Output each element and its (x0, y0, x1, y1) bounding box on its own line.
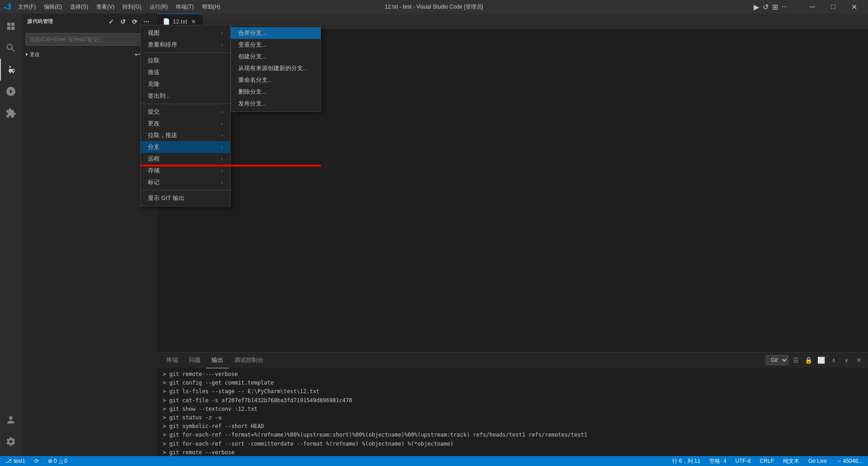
branch-menu-item-label: 变基分支... (238, 41, 267, 49)
menu-item-存储[interactable]: 存储› (141, 165, 230, 176)
sidebar-title: 源代码管理 (27, 18, 53, 25)
statusbar-spaces[interactable]: 空格: 4 (708, 456, 728, 466)
menu-item-标记[interactable]: 标记› (141, 176, 230, 188)
statusbar-errors[interactable]: ⊗ 0 △ 0 (46, 456, 69, 466)
terminal-lock-btn[interactable]: 🔒 (803, 355, 814, 366)
chevron-right-icon: › (222, 43, 223, 48)
activity-explorer[interactable] (0, 15, 22, 37)
branch-menu-item-label: 重命名分支... (238, 76, 273, 84)
menu-item-推送[interactable]: 推送 (141, 67, 230, 78)
statusbar-live-share[interactable]: Go Live (807, 456, 829, 466)
branch-menu-item-label: 创建分支... (238, 52, 267, 61)
branch-submenu-item-0[interactable]: 合并分支... (231, 27, 321, 39)
message-input-area (22, 29, 157, 49)
terminal-line: > git cat-file -s af207ef7b1432b768ba3fd… (163, 396, 863, 405)
terminal-maximize-btn[interactable]: ⬜ (816, 355, 826, 366)
output-source-select[interactable]: Git (766, 355, 788, 365)
branch-submenu-item-3[interactable]: 从现有来源创建新的分支... (231, 62, 321, 74)
menu-item-提交[interactable]: 提交› (141, 106, 230, 118)
activity-extensions[interactable] (0, 102, 22, 124)
statusbar-encoding[interactable]: UTF-8 (734, 456, 753, 466)
branch-submenu-item-6[interactable]: 发布分支... (231, 98, 321, 109)
branch-submenu-item-5[interactable]: 删除分支... (231, 86, 321, 98)
terminal-tab-problems[interactable]: 问题 (184, 352, 206, 368)
menu-item-拉取，推送[interactable]: 拉取，推送› (141, 129, 230, 141)
statusbar-line-col[interactable]: 行 6，列 11 (670, 456, 703, 466)
menu-separator (141, 52, 230, 53)
activity-search[interactable] (0, 37, 22, 59)
menu-item-显示-GIT-输出[interactable]: 显示 GIT 输出 (141, 192, 230, 204)
menu-item-克隆[interactable]: 克隆 (141, 78, 230, 90)
split-editor-icon[interactable]: ⊞ (772, 3, 778, 11)
menu-help[interactable]: 帮助(H) (198, 2, 224, 12)
terminal-tab-output[interactable]: 输出 (206, 352, 229, 368)
branch-submenu-item-4[interactable]: 重命名分支... (231, 74, 321, 86)
menu-view[interactable]: 查看(V) (93, 2, 118, 12)
menu-run[interactable]: 运行(R) (146, 2, 172, 12)
sidebar: 源代码管理 ✓ ↺ ⟳ ··· ▾ 更改 ↩ + (22, 14, 157, 456)
maximize-button[interactable]: □ (823, 0, 844, 14)
tab-close-button[interactable]: ✕ (190, 18, 197, 25)
file-icon: 📄 (163, 18, 170, 25)
changes-header[interactable]: ▾ 更改 ↩ + (25, 49, 153, 59)
branch-icon: ⎇ (5, 458, 12, 464)
terminal-up-btn[interactable]: ∧ (828, 355, 839, 366)
menu-item-签出到...[interactable]: 签出到... (141, 90, 230, 102)
terminal-close-btn[interactable]: ✕ (854, 355, 864, 366)
chevron-right-icon: › (222, 168, 223, 173)
statusbar-language[interactable]: 纯文本 (781, 456, 801, 466)
terminal-line: > git config --get commit.template (163, 379, 863, 387)
statusbar-remote[interactable]: → 45048... (834, 456, 864, 466)
terminal-down-btn[interactable]: ∨ (841, 355, 852, 366)
minimize-button[interactable]: ─ (802, 0, 823, 14)
menu-terminal[interactable]: 终端(T) (172, 2, 197, 12)
close-button[interactable]: ✕ (844, 0, 864, 14)
activity-account[interactable] (0, 409, 22, 431)
activity-scm[interactable] (0, 59, 22, 81)
sidebar-refresh-btn[interactable]: ⟳ (130, 17, 140, 27)
terminal-line: > git symbolic-ref --short HEAD (163, 422, 863, 431)
branch-name: test1 (14, 458, 25, 464)
menu-item-拉取[interactable]: 拉取 (141, 55, 230, 67)
terminal-tab-debug[interactable]: 调试控制台 (229, 352, 269, 368)
terminal-line: > git status -z -u (163, 414, 863, 422)
menu-select[interactable]: 选择(S) (66, 2, 92, 12)
statusbar-sync[interactable]: ⟳ (33, 456, 41, 466)
commit-message-input[interactable] (25, 33, 153, 46)
branch-menu-item-label: 发布分支... (238, 100, 267, 108)
menu-item-查看和排序[interactable]: 查看和排序› (141, 39, 230, 51)
terminal-line: > git ls-files --stage -- E:\PyCharm\tes… (163, 387, 863, 396)
terminal-list-btn[interactable]: ☰ (790, 355, 801, 366)
statusbar-line-ending[interactable]: CRLF (758, 456, 776, 466)
sidebar-discard-btn[interactable]: ↺ (118, 17, 128, 27)
menu-item-分支[interactable]: 分支› (141, 141, 230, 153)
run-icon[interactable]: ▶ (754, 3, 759, 11)
terminal-tab-terminal[interactable]: 终端 (161, 352, 184, 368)
chevron-right-icon: › (222, 157, 223, 162)
branch-menu-item-label: 从现有来源创建新的分支... (238, 64, 308, 72)
menu-item-视图[interactable]: 视图› (141, 27, 230, 39)
errors-label: ⊗ 0 (48, 458, 57, 464)
activity-debug[interactable] (0, 81, 22, 102)
menu-file[interactable]: 文件(F) (14, 2, 39, 12)
menu-item-label: 查看和排序 (148, 41, 177, 49)
terminal-content[interactable]: > git remote----verbose> git config --ge… (157, 368, 868, 456)
chevron-down-icon: ▾ (25, 52, 28, 57)
menu-item-远程[interactable]: 远程› (141, 153, 230, 165)
more-icon[interactable]: ··· (782, 3, 788, 11)
history-icon[interactable]: ↺ (763, 3, 769, 11)
statusbar-branch[interactable]: ⎇ test1 (4, 456, 27, 466)
statusbar: ⎇ test1 ⟳ ⊗ 0 △ 0 行 6，列 11 空格: 4 UTF-8 C… (0, 456, 868, 466)
branch-submenu-item-2[interactable]: 创建分支... (231, 51, 321, 62)
tab-label: 12.txt (173, 18, 187, 25)
terminal-actions: Git ☰ 🔒 ⬜ ∧ ∨ ✕ (766, 355, 864, 366)
menu-item-更改[interactable]: 更改› (141, 118, 230, 129)
chevron-right-icon: › (222, 180, 223, 185)
branch-submenu-item-1[interactable]: 变基分支... (231, 39, 321, 51)
sidebar-check-all-btn[interactable]: ✓ (106, 17, 116, 27)
menu-separator (141, 190, 230, 190)
activity-bottom (0, 409, 22, 456)
menu-edit[interactable]: 编辑(E) (40, 2, 66, 12)
menu-goto[interactable]: 转到(G) (119, 2, 145, 12)
activity-settings[interactable] (0, 431, 22, 452)
